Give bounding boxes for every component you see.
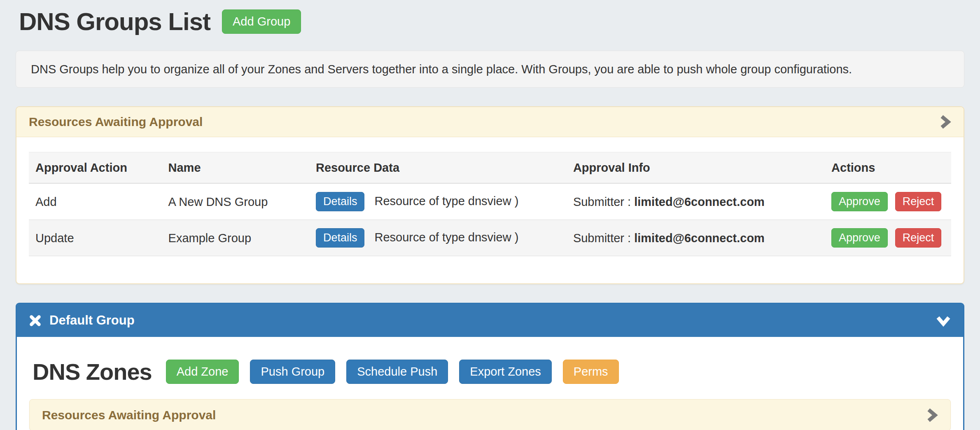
description-text: DNS Groups help you to organize all of y… [31, 63, 852, 76]
schedule-push-button[interactable]: Schedule Push [346, 360, 448, 384]
dns-zones-toolbar: DNS Zones Add Zone Push Group Schedule P… [33, 358, 951, 385]
submitter-label: Submitter : [573, 195, 631, 208]
dns-zones-title: DNS Zones [33, 358, 152, 385]
submitter-value: limited@6connect.com [634, 231, 765, 245]
details-button[interactable]: Details [316, 192, 365, 211]
column-header-actions: Actions [825, 152, 951, 184]
column-header-name: Name [162, 152, 309, 184]
page-title: DNS Groups List [19, 7, 210, 36]
default-group-panel: Default Group DNS Zones Add Zone Push Gr… [16, 303, 964, 430]
actions-cell: Approve Reject [825, 220, 951, 256]
table-header-row: Approval Action Name Resource Data Appro… [29, 152, 951, 184]
column-header-resource-data: Resource Data [309, 152, 567, 184]
default-group-body: DNS Zones Add Zone Push Group Schedule P… [17, 337, 963, 430]
actions-cell: Approve Reject [825, 183, 951, 220]
approval-info-cell: Submitter : limited@6connect.com [567, 220, 825, 256]
chevron-right-icon[interactable] [938, 115, 951, 129]
default-group-heading[interactable]: Default Group [17, 304, 963, 337]
approvals-table: Approval Action Name Resource Data Appro… [29, 152, 951, 256]
resource-data-text: Resource of type dnsview ) [375, 231, 519, 244]
name-cell: Example Group [162, 220, 309, 256]
approval-action-cell: Add [29, 183, 162, 220]
approval-panel-heading[interactable]: Resources Awaiting Approval [16, 107, 964, 137]
details-button[interactable]: Details [316, 228, 365, 248]
approval-panel-title: Resources Awaiting Approval [29, 115, 203, 129]
approval-info-cell: Submitter : limited@6connect.com [567, 183, 825, 220]
remove-group-icon[interactable] [28, 314, 42, 327]
resource-data-cell: Details Resource of type dnsview ) [309, 183, 567, 220]
add-zone-button[interactable]: Add Zone [166, 360, 239, 384]
table-row: Update Example Group Details Resource of… [29, 220, 951, 256]
zones-approval-bar-title: Resources Awaiting Approval [42, 408, 216, 422]
add-group-button[interactable]: Add Group [222, 9, 301, 34]
reject-button[interactable]: Reject [895, 228, 942, 248]
zones-approval-bar[interactable]: Resources Awaiting Approval [29, 399, 951, 430]
approval-panel: Resources Awaiting Approval Approval Act… [16, 106, 964, 284]
page-header: DNS Groups List Add Group [19, 8, 964, 35]
approve-button[interactable]: Approve [831, 192, 888, 211]
perms-button[interactable]: Perms [563, 360, 619, 384]
page: DNS Groups List Add Group DNS Groups hel… [0, 8, 980, 430]
description-well: DNS Groups help you to organize all of y… [16, 51, 964, 88]
resource-data-cell: Details Resource of type dnsview ) [309, 220, 567, 256]
submitter-value: limited@6connect.com [634, 195, 765, 208]
chevron-right-icon[interactable] [925, 408, 938, 423]
name-cell: A New DNS Group [162, 183, 309, 220]
approval-panel-body: Approval Action Name Resource Data Appro… [16, 137, 964, 283]
table-row: Add A New DNS Group Details Resource of … [29, 183, 951, 220]
submitter-label: Submitter : [573, 231, 631, 245]
column-header-approval-info: Approval Info [567, 152, 825, 184]
reject-button[interactable]: Reject [895, 192, 942, 211]
default-group-title: Default Group [49, 313, 135, 328]
push-group-button[interactable]: Push Group [250, 360, 335, 384]
chevron-down-icon[interactable] [936, 314, 951, 327]
resource-data-text: Resource of type dnsview ) [375, 194, 519, 208]
export-zones-button[interactable]: Export Zones [459, 360, 551, 384]
approval-action-cell: Update [29, 220, 162, 256]
approve-button[interactable]: Approve [831, 228, 888, 248]
column-header-approval-action: Approval Action [29, 152, 162, 184]
